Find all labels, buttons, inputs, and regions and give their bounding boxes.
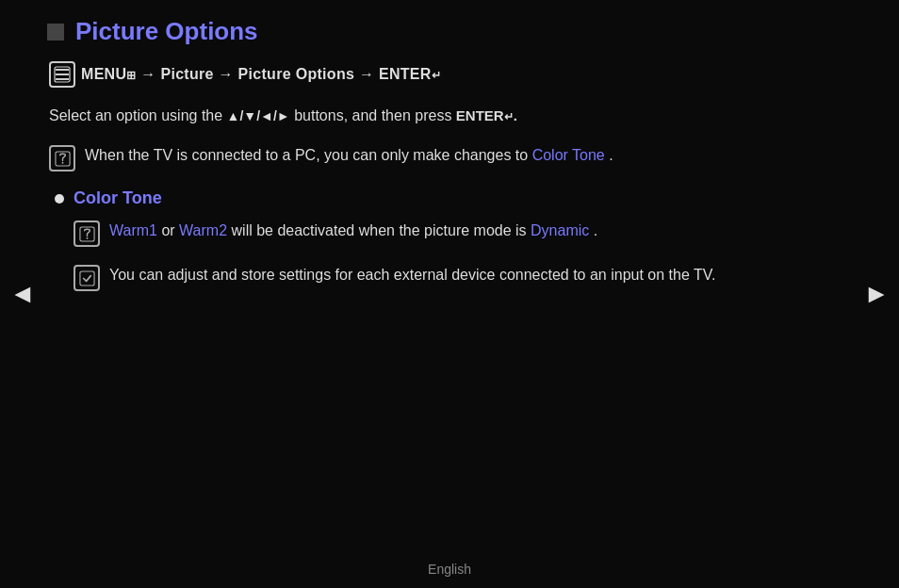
- svg-rect-1: [56, 74, 69, 75]
- instruction-arrows: ▲/▼/◄/►: [227, 108, 290, 123]
- note-row-1: When the TV is connected to a PC, you ca…: [49, 144, 792, 172]
- instruction-prefix: Select an option using the: [49, 107, 222, 123]
- sub-notes: Warm1 or Warm2 will be deactivated when …: [74, 220, 792, 291]
- page-title: Picture Options: [75, 17, 258, 46]
- title-square: [47, 24, 64, 41]
- sub-note-text-1: Warm1 or Warm2 will be deactivated when …: [109, 220, 597, 243]
- dynamic-label: Dynamic: [531, 222, 589, 238]
- bullet-dot: [55, 194, 64, 204]
- svg-rect-0: [56, 69, 69, 71]
- warm2-label: Warm2: [179, 222, 227, 238]
- note1-highlight: Color Tone: [532, 147, 605, 163]
- menu-icon: [49, 61, 75, 88]
- instruction-enter: ENTER↵.: [456, 107, 517, 123]
- note-icon-1: [49, 145, 75, 172]
- svg-rect-8: [79, 270, 93, 285]
- bullet-section: Color Tone Warm1 or Warm2 will be deac: [55, 188, 792, 291]
- sub-note-icon-1: [74, 220, 100, 247]
- footer: English: [428, 562, 471, 577]
- sub-note-row-1: Warm1 or Warm2 will be deactivated when …: [74, 220, 792, 247]
- nav-right-arrow[interactable]: ►: [863, 279, 890, 309]
- nav-left-arrow[interactable]: ◄: [9, 279, 36, 309]
- sub-note-row-2: You can adjust and store settings for ea…: [74, 264, 792, 291]
- sub-note-text-2: You can adjust and store settings for ea…: [109, 264, 715, 287]
- menu-path-text: MENU⊞ → Picture → Picture Options → ENTE…: [81, 66, 441, 83]
- bullet-label: Color Tone: [74, 188, 162, 208]
- menu-path-row: MENU⊞ → Picture → Picture Options → ENTE…: [49, 61, 792, 88]
- bullet-item-color-tone: Color Tone: [55, 188, 792, 208]
- footer-language: English: [428, 562, 471, 577]
- main-content: Picture Options MENU⊞ → Picture → Pictur…: [0, 0, 848, 325]
- title-row: Picture Options: [47, 17, 792, 46]
- instruction-row: Select an option using the ▲/▼/◄/► butto…: [49, 105, 792, 127]
- note-text-1: When the TV is connected to a PC, you ca…: [85, 144, 613, 168]
- warm1-label: Warm1: [109, 222, 157, 238]
- instruction-suffix: buttons, and then press: [294, 107, 451, 123]
- sub-note-icon-2: [74, 265, 100, 291]
- svg-point-7: [86, 237, 88, 238]
- svg-point-5: [61, 161, 63, 163]
- svg-rect-2: [56, 78, 69, 80]
